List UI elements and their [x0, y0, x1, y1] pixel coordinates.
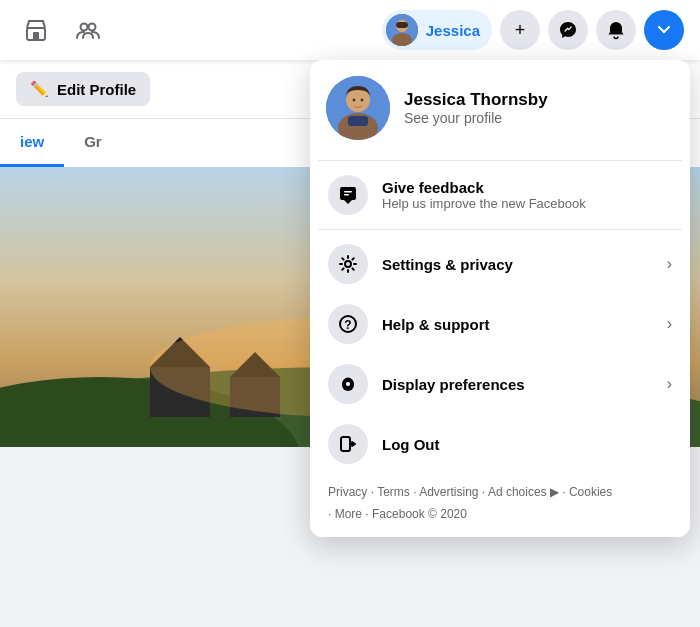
svg-point-21	[361, 99, 364, 102]
store-icon[interactable]	[16, 10, 56, 50]
pencil-icon: ✏️	[30, 80, 49, 98]
footer-privacy[interactable]: Privacy	[328, 485, 367, 499]
tab-overview[interactable]: iew	[0, 119, 64, 167]
display-text: Display preferences	[382, 376, 525, 393]
svg-rect-31	[341, 437, 350, 451]
settings-icon	[328, 244, 368, 284]
notifications-button[interactable]	[596, 10, 636, 50]
profile-name: Jessica Thornsby	[404, 90, 548, 110]
feedback-title: Give feedback	[382, 179, 586, 196]
menu-item-settings[interactable]: Settings & privacy ›	[318, 234, 682, 294]
svg-point-27	[345, 261, 351, 267]
footer-terms[interactable]: Terms	[377, 485, 410, 499]
footer-copyright: Facebook © 2020	[372, 507, 467, 521]
svg-rect-26	[344, 194, 349, 196]
feedback-icon	[328, 175, 368, 215]
menu-item-help[interactable]: ? Help & support ›	[318, 294, 682, 354]
help-icon: ?	[328, 304, 368, 344]
settings-title: Settings & privacy	[382, 256, 513, 273]
profile-avatar	[326, 76, 390, 140]
settings-text: Settings & privacy	[382, 256, 513, 273]
settings-arrow: ›	[667, 255, 672, 273]
profile-pill[interactable]: Jessica	[382, 10, 492, 50]
menu-item-display[interactable]: Display preferences ›	[318, 354, 682, 414]
profile-section[interactable]: Jessica Thornsby See your profile	[318, 68, 682, 156]
display-arrow: ›	[667, 375, 672, 393]
help-arrow: ›	[667, 315, 672, 333]
logout-icon	[328, 424, 368, 464]
tab-groups[interactable]: Gr	[64, 119, 122, 167]
footer-advertising[interactable]: Advertising	[419, 485, 478, 499]
svg-point-20	[353, 99, 356, 102]
menu-item-feedback[interactable]: Give feedback Help us improve the new Fa…	[318, 165, 682, 225]
footer-cookies[interactable]: Cookies	[569, 485, 612, 499]
profile-info: Jessica Thornsby See your profile	[404, 90, 548, 126]
svg-point-30	[346, 382, 350, 386]
svg-rect-25	[344, 191, 352, 193]
help-text: Help & support	[382, 316, 490, 333]
svg-point-3	[89, 24, 96, 31]
svg-marker-24	[344, 200, 352, 204]
display-title: Display preferences	[382, 376, 525, 393]
divider-1	[318, 160, 682, 161]
footer-more[interactable]: More	[335, 507, 362, 521]
divider-2	[318, 229, 682, 230]
logout-text: Log Out	[382, 436, 439, 453]
nav-right: Jessica +	[382, 10, 684, 50]
footer-links: Privacy · Terms · Advertising · Ad choic…	[318, 474, 682, 529]
help-title: Help & support	[382, 316, 490, 333]
edit-profile-label: Edit Profile	[57, 81, 136, 98]
footer-adchoices[interactable]: Ad choices ▶	[488, 485, 559, 499]
nav-avatar	[386, 14, 418, 46]
edit-profile-button[interactable]: ✏️ Edit Profile	[16, 72, 150, 106]
nav-profile-name: Jessica	[426, 22, 480, 39]
svg-rect-23	[340, 187, 356, 200]
add-button[interactable]: +	[500, 10, 540, 50]
svg-rect-1	[33, 32, 39, 40]
display-icon	[328, 364, 368, 404]
messenger-button[interactable]	[548, 10, 588, 50]
feedback-text: Give feedback Help us improve the new Fa…	[382, 179, 586, 211]
dropdown-menu: Jessica Thornsby See your profile Give f…	[310, 60, 690, 537]
svg-point-2	[81, 24, 88, 31]
logout-title: Log Out	[382, 436, 439, 453]
people-icon[interactable]	[68, 10, 108, 50]
svg-rect-8	[396, 22, 408, 28]
nav-left	[16, 10, 108, 50]
menu-item-logout[interactable]: Log Out	[318, 414, 682, 474]
navbar: Jessica +	[0, 0, 700, 60]
account-menu-button[interactable]	[644, 10, 684, 50]
feedback-subtitle: Help us improve the new Facebook	[382, 196, 586, 211]
svg-rect-22	[348, 116, 368, 126]
see-profile-text: See your profile	[404, 110, 548, 126]
svg-text:?: ?	[344, 318, 351, 332]
